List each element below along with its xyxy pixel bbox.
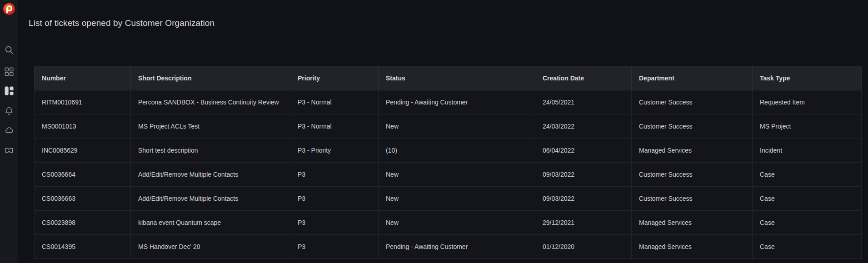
cell-creation-date: 09/03/2022 [535, 163, 632, 187]
cell-department: Customer Success [632, 187, 753, 211]
table-row: CS0023898 kibana event Quantum scape P3 … [35, 211, 862, 235]
cell-creation-date: 09/03/2022 [535, 187, 632, 211]
cell-task-type: Case [753, 187, 862, 211]
cell-priority: P3 - Priority [290, 139, 379, 163]
cell-number: CS0014395 [35, 235, 131, 259]
panel-title[interactable]: List of tickets opened by Customer Organ… [29, 18, 215, 28]
cell-priority: P3 - Normal [290, 114, 379, 139]
tickets-table-container: Number Short Description Priority Status… [34, 66, 861, 259]
table-header-row: Number Short Description Priority Status… [35, 66, 862, 90]
cell-department: Customer Success [632, 163, 753, 187]
cell-creation-date: 01/12/2020 [535, 235, 632, 259]
cell-number: CS0036664 [35, 163, 131, 187]
cell-department: Customer Success [632, 114, 753, 139]
table-row: MS0001013 MS Project ACLs Test P3 - Norm… [35, 114, 862, 139]
cell-number: CS0036663 [35, 187, 131, 211]
cell-status: New [379, 163, 535, 187]
cell-short-description: Short test description [131, 139, 290, 163]
cell-creation-date: 24/03/2022 [535, 114, 632, 139]
cell-priority: P3 [290, 235, 379, 259]
column-header-creation-date[interactable]: Creation Date [535, 66, 632, 90]
table-row: INC0085629 Short test description P3 - P… [35, 139, 862, 163]
cell-short-description: Percona SANDBOX - Business Continuity Re… [131, 90, 290, 114]
cell-creation-date: 24/05/2021 [535, 90, 632, 114]
cell-priority: P3 [290, 187, 379, 211]
cell-priority: P3 [290, 211, 379, 235]
cell-department: Managed Services [632, 235, 753, 259]
cell-department: Customer Success [632, 90, 753, 114]
column-header-priority[interactable]: Priority [290, 66, 379, 90]
column-header-task-type[interactable]: Task Type [753, 66, 862, 90]
tickets-table: Number Short Description Priority Status… [34, 66, 862, 259]
ticket-icon[interactable] [4, 145, 14, 155]
cell-short-description: MS Project ACLs Test [131, 114, 290, 139]
cell-short-description: MS Handover Dec' 20 [131, 235, 290, 259]
column-header-status[interactable]: Status [379, 66, 535, 90]
cell-short-description: kibana event Quantum scape [131, 211, 290, 235]
column-header-department[interactable]: Department [632, 66, 753, 90]
cell-status: New [379, 211, 535, 235]
column-header-number[interactable]: Number [35, 66, 131, 90]
percona-logo[interactable] [3, 3, 15, 15]
cell-number: INC0085629 [35, 139, 131, 163]
cell-creation-date: 29/12/2021 [535, 211, 632, 235]
cell-task-type: Incident [753, 139, 862, 163]
sidebar [0, 0, 18, 263]
cell-task-type: Case [753, 235, 862, 259]
cell-priority: P3 [290, 163, 379, 187]
cell-short-description: Add/Edit/Remove Multiple Contacts [131, 163, 290, 187]
cell-priority: P3 - Normal [290, 90, 379, 114]
alerting-bell-icon[interactable] [4, 106, 14, 116]
cell-department: Managed Services [632, 139, 753, 163]
table-row: CS0014395 MS Handover Dec' 20 P3 Pending… [35, 235, 862, 259]
table-row: RITM0010691 Percona SANDBOX - Business C… [35, 90, 862, 114]
cell-task-type: Case [753, 163, 862, 187]
cell-number: RITM0010691 [35, 90, 131, 114]
percona-logo-icon [3, 3, 15, 15]
cell-task-type: Case [753, 211, 862, 235]
cell-number: CS0023898 [35, 211, 131, 235]
table-row: CS0036663 Add/Edit/Remove Multiple Conta… [35, 187, 862, 211]
cell-task-type: MS Project [753, 114, 862, 139]
cell-status: (10) [379, 139, 535, 163]
cell-status: Pending - Awaiting Customer [379, 235, 535, 259]
cell-status: New [379, 114, 535, 139]
cloud-icon[interactable] [4, 125, 14, 135]
search-icon[interactable] [4, 45, 14, 55]
cell-task-type: Requested Item [753, 90, 862, 114]
cell-short-description: Add/Edit/Remove Multiple Contacts [131, 187, 290, 211]
column-header-short-description[interactable]: Short Description [131, 66, 290, 90]
panels-layout-icon[interactable] [4, 86, 14, 96]
cell-creation-date: 06/04/2022 [535, 139, 632, 163]
dashboard-panel: List of tickets opened by Customer Organ… [18, 0, 868, 263]
cell-status: New [379, 187, 535, 211]
cell-status: Pending - Awaiting Customer [379, 90, 535, 114]
dashboards-grid-icon[interactable] [4, 67, 14, 77]
cell-department: Managed Services [632, 211, 753, 235]
table-row: CS0036664 Add/Edit/Remove Multiple Conta… [35, 163, 862, 187]
cell-number: MS0001013 [35, 114, 131, 139]
